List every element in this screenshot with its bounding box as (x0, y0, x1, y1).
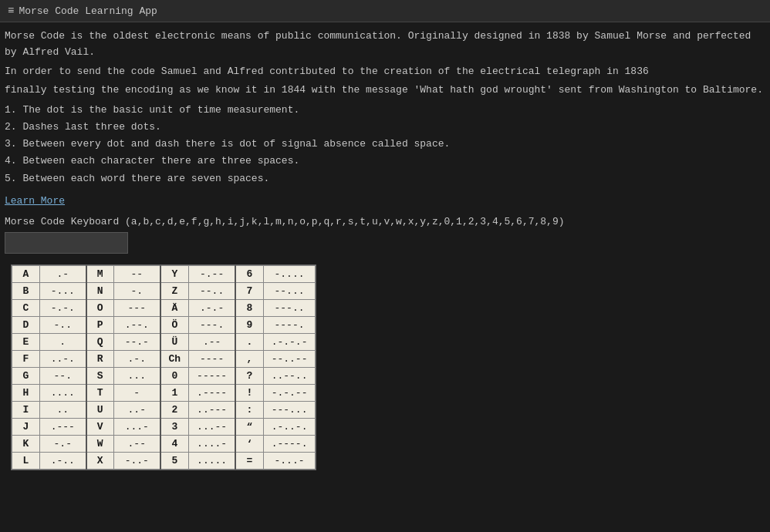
morse-char: M (86, 265, 114, 282)
morse-code: .-.. (40, 452, 86, 469)
morse-code: -... (40, 282, 86, 299)
morse-code: ....- (189, 435, 236, 452)
morse-code: ... (114, 367, 160, 384)
rule-2: 2. Dashes last three dots. (5, 119, 765, 136)
morse-code: .... (40, 384, 86, 401)
morse-code: --- (114, 299, 160, 316)
morse-char: T (86, 384, 114, 401)
morse-char: J (12, 418, 40, 435)
morse-char: 5 (160, 452, 189, 469)
morse-code: ..-. (40, 350, 86, 367)
morse-code: -...- (263, 452, 316, 469)
morse-code: -.. (40, 316, 86, 333)
morse-code: -.-- (189, 265, 236, 282)
morse-table-container: A.-M--Y-.--6-....B-...N-.Z--..7--...C-.-… (11, 264, 316, 470)
morse-code: ---.. (263, 299, 316, 316)
morse-code: ---- (189, 350, 236, 367)
morse-char: 0 (160, 367, 189, 384)
morse-code: ..--- (189, 401, 236, 418)
morse-char: 4 (160, 435, 189, 452)
morse-char: E (12, 333, 40, 350)
morse-code: ---... (263, 401, 316, 418)
morse-code: . (40, 333, 86, 350)
morse-char: H (12, 384, 40, 401)
morse-char: 1 (160, 384, 189, 401)
rule-3: 3. Between every dot and dash there is d… (5, 136, 765, 153)
morse-code: -.... (263, 265, 316, 282)
morse-char: ‘ (235, 435, 263, 452)
morse-char: P (86, 316, 114, 333)
morse-char: W (86, 435, 114, 452)
morse-code: ----- (189, 367, 236, 384)
morse-char: 7 (235, 282, 263, 299)
morse-char: Ch (160, 350, 189, 367)
rule-1: 1. The dot is the basic unit of time mea… (5, 102, 765, 119)
morse-char: U (86, 401, 114, 418)
morse-char: 2 (160, 401, 189, 418)
morse-code: -- (114, 265, 160, 282)
rule-5: 5. Between each word there are seven spa… (5, 170, 765, 187)
morse-code: -..- (114, 452, 160, 469)
morse-char: B (12, 282, 40, 299)
morse-char: 6 (235, 265, 263, 282)
keyboard-label: Morse Code Keyboard (a,b,c,d,e,f,g,h,i,j… (5, 216, 765, 227)
morse-code: ..- (114, 401, 160, 418)
morse-char: F (12, 350, 40, 367)
learn-more-link[interactable]: Learn More (5, 195, 65, 207)
morse-char: I (12, 401, 40, 418)
morse-code: --..-- (263, 350, 316, 367)
morse-code: -.-. (40, 299, 86, 316)
morse-char: 9 (235, 316, 263, 333)
morse-char: : (235, 401, 263, 418)
morse-code: .-..-. (263, 418, 316, 435)
morse-code: ..... (189, 452, 236, 469)
morse-code: --... (263, 282, 316, 299)
morse-char: Q (86, 333, 114, 350)
morse-char: ? (235, 367, 263, 384)
morse-char: Ö (160, 316, 189, 333)
morse-code: .-- (114, 435, 160, 452)
morse-char: 3 (160, 418, 189, 435)
morse-code: ..--.. (263, 367, 316, 384)
morse-char: G (12, 367, 40, 384)
morse-code: -.- (40, 435, 86, 452)
titlebar: ≡ Morse Code Learning App (0, 0, 770, 22)
morse-code: ---. (189, 316, 236, 333)
rule-4: 4. Between each character there are thre… (5, 153, 765, 170)
intro-line1: Morse Code is the oldest electronic mean… (5, 29, 765, 61)
morse-char: Ü (160, 333, 189, 350)
morse-code: .-- (189, 333, 236, 350)
morse-char: V (86, 418, 114, 435)
intro-line3: finally testing the encoding as we know … (5, 82, 765, 99)
morse-code: .--. (114, 316, 160, 333)
morse-char: Z (160, 282, 189, 299)
morse-code: .---- (189, 384, 236, 401)
content-area: Morse Code is the oldest electronic mean… (0, 22, 770, 478)
morse-code: .-.-.- (263, 333, 316, 350)
morse-char: O (86, 299, 114, 316)
morse-table: A.-M--Y-.--6-....B-...N-.Z--..7--...C-.-… (12, 265, 316, 470)
morse-code: - (114, 384, 160, 401)
app-title: Morse Code Learning App (19, 5, 157, 17)
morse-code: --.- (114, 333, 160, 350)
morse-char: “ (235, 418, 263, 435)
intro-line2: In order to send the code Samuel and Alf… (5, 64, 765, 80)
morse-char: A (12, 265, 40, 282)
morse-char: X (86, 452, 114, 469)
morse-char: N (86, 282, 114, 299)
morse-code: .. (40, 401, 86, 418)
morse-code: ...- (114, 418, 160, 435)
morse-char: ! (235, 384, 263, 401)
morse-char: C (12, 299, 40, 316)
rules-list: 1. The dot is the basic unit of time mea… (5, 102, 765, 187)
morse-char: D (12, 316, 40, 333)
morse-code: -.-.-- (263, 384, 316, 401)
morse-code: --. (40, 367, 86, 384)
morse-code: .--- (40, 418, 86, 435)
morse-char: Ä (160, 299, 189, 316)
morse-code: .----. (263, 435, 316, 452)
morse-char: L (12, 452, 40, 469)
morse-code: ...-- (189, 418, 236, 435)
morse-char: 8 (235, 299, 263, 316)
keyboard-input[interactable] (5, 232, 128, 254)
